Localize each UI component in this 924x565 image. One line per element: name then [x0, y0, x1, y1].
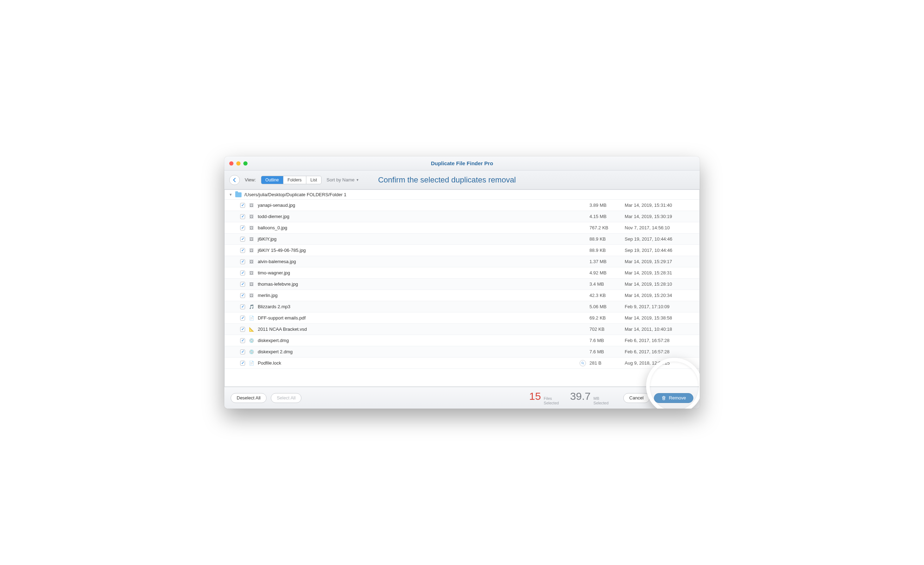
table-row[interactable]: 🖼alvin-balemesa.jpg1.37 MBMar 14, 2019, … [225, 256, 699, 267]
doc-file-icon: 📄 [249, 315, 254, 321]
file-name: DFF-support emails.pdf [258, 315, 586, 320]
file-date: Mar 14, 2019, 15:28:10 [625, 281, 695, 287]
file-name: Blizzards 2.mp3 [258, 304, 586, 309]
segment-outline[interactable]: Outline [261, 176, 284, 184]
file-date: Mar 14, 2019, 15:31:40 [625, 203, 695, 208]
blank-file-icon: 📄 [249, 360, 254, 366]
file-size: 702 KB [590, 326, 621, 332]
file-name: timo-wagner.jpg [258, 270, 586, 275]
footer: Deselect All Select All 15 FilesSelected… [224, 387, 700, 409]
table-row[interactable]: 🖼yanapi-senaud.jpg3.89 MBMar 14, 2019, 1… [225, 200, 699, 211]
row-checkbox[interactable] [240, 338, 245, 343]
dmg-file-icon: 💿 [249, 349, 254, 355]
remove-button[interactable]: Remove [654, 393, 693, 403]
audio-file-icon: 🎵 [249, 304, 254, 310]
table-row[interactable]: 📄DFF-support emails.pdf69.2 KBMar 14, 20… [225, 313, 699, 324]
minimize-window-button[interactable] [236, 161, 240, 165]
image-file-icon: 🖼 [249, 225, 254, 231]
window-title: Duplicate File Finder Pro [224, 160, 700, 166]
file-size: 4.15 MB [590, 214, 621, 219]
files-selected-stat: 15 FilesSelected [529, 390, 559, 406]
row-checkbox[interactable] [240, 203, 245, 208]
traffic-lights [224, 161, 248, 165]
row-checkbox[interactable] [240, 225, 245, 230]
file-name: yanapi-senaud.jpg [258, 203, 586, 208]
image-file-icon: 🖼 [249, 203, 254, 208]
back-button[interactable] [229, 175, 240, 185]
file-date: Nov 7, 2017, 14:56:10 [625, 225, 695, 230]
app-window: Duplicate File Finder Pro View: Outline … [224, 156, 700, 409]
table-row[interactable]: 🖼todd-diemer.jpg4.15 MBMar 14, 2019, 15:… [225, 211, 699, 222]
image-file-icon: 🖼 [249, 293, 254, 298]
toolbar: View: Outline Folders List Sort by Name … [224, 170, 700, 189]
svg-point-0 [582, 362, 584, 364]
size-selected-stat: 39.7 MBSelected [570, 390, 609, 406]
table-row[interactable]: 📄Podfile.lock281 BAug 9, 2018, 12:09:15 [225, 358, 699, 369]
zoom-window-button[interactable] [243, 161, 248, 165]
segment-folders[interactable]: Folders [284, 176, 306, 184]
file-size: 3.4 MB [590, 281, 621, 287]
table-row[interactable]: 📐2011 NCAA Bracket.vsd702 KBMar 14, 2011… [225, 324, 699, 335]
row-checkbox[interactable] [240, 270, 245, 275]
file-size: 281 B [590, 360, 621, 366]
row-checkbox[interactable] [240, 327, 245, 332]
titlebar: Duplicate File Finder Pro [224, 156, 700, 170]
file-name: 2011 NCAA Bracket.vsd [258, 326, 586, 332]
file-date: Feb 9, 2017, 17:10:09 [625, 304, 695, 309]
row-checkbox[interactable] [240, 214, 245, 219]
file-size: 4.92 MB [590, 270, 621, 275]
file-size: 767.2 KB [590, 225, 621, 230]
file-date: Mar 14, 2019, 15:20:34 [625, 293, 695, 298]
image-file-icon: 🖼 [249, 281, 254, 287]
file-name: balloons_0.jpg [258, 225, 586, 230]
magnify-icon [581, 361, 585, 365]
chevron-down-icon: ▼ [356, 178, 359, 182]
row-checkbox[interactable] [240, 304, 245, 309]
file-date: Aug 9, 2018, 12:09:15 [625, 360, 695, 366]
sort-label: Sort by Name [326, 177, 354, 182]
table-row[interactable]: 💿diskexpert.dmg7.6 MBFeb 6, 2017, 16:57:… [225, 335, 699, 346]
close-window-button[interactable] [229, 161, 234, 165]
segment-list[interactable]: List [306, 176, 321, 184]
row-checkbox[interactable] [240, 259, 245, 264]
remove-button-label: Remove [669, 395, 686, 401]
quicklook-button[interactable] [580, 360, 586, 366]
deselect-all-button[interactable]: Deselect All [231, 393, 267, 403]
vsd-file-icon: 📐 [249, 326, 254, 332]
row-checkbox[interactable] [240, 349, 245, 355]
file-date: Mar 14, 2019, 15:30:19 [625, 214, 695, 219]
file-date: Sep 19, 2017, 10:44:46 [625, 248, 695, 253]
file-size: 69.2 KB [590, 315, 621, 320]
cancel-button[interactable]: Cancel [623, 393, 650, 403]
chevron-left-icon [233, 178, 236, 182]
sort-dropdown[interactable]: Sort by Name ▼ [326, 177, 359, 182]
row-checkbox[interactable] [240, 248, 245, 253]
file-table: ▼ /Users/julia/Desktop/Duplicate FOLDERS… [224, 189, 700, 387]
image-file-icon: 🖼 [249, 270, 254, 276]
image-file-icon: 🖼 [249, 259, 254, 264]
file-size: 88.9 KB [590, 236, 621, 242]
table-row[interactable]: 🖼j6iKIY 15-49-06-785.jpg88.9 KBSep 19, 2… [225, 245, 699, 256]
table-row[interactable]: 💿diskexpert 2.dmg7.6 MBFeb 6, 2017, 16:5… [225, 346, 699, 358]
table-row[interactable]: 🖼balloons_0.jpg767.2 KBNov 7, 2017, 14:5… [225, 222, 699, 233]
table-row[interactable]: 🖼timo-wagner.jpg4.92 MBMar 14, 2019, 15:… [225, 267, 699, 279]
select-all-button[interactable]: Select All [271, 393, 302, 403]
table-row[interactable]: 🖼thomas-lefebvre.jpg3.4 MBMar 14, 2019, … [225, 279, 699, 290]
file-name: merlin.jpg [258, 293, 586, 298]
row-checkbox[interactable] [240, 293, 245, 298]
file-name: diskexpert.dmg [258, 338, 586, 343]
row-checkbox[interactable] [240, 282, 245, 287]
group-header[interactable]: ▼ /Users/julia/Desktop/Duplicate FOLDERS… [225, 190, 699, 200]
table-row[interactable]: 🖼j6iKIY.jpg88.9 KBSep 19, 2017, 10:44:46 [225, 233, 699, 245]
disclosure-triangle-icon[interactable]: ▼ [229, 193, 232, 197]
file-name: Podfile.lock [258, 360, 576, 366]
table-row[interactable]: 🎵Blizzards 2.mp35.06 MBFeb 9, 2017, 17:1… [225, 301, 699, 313]
row-checkbox[interactable] [240, 237, 245, 242]
file-name: j6iKIY 15-49-06-785.jpg [258, 248, 586, 253]
row-checkbox[interactable] [240, 316, 245, 320]
table-row[interactable]: 🖼merlin.jpg42.3 KBMar 14, 2019, 15:20:34 [225, 290, 699, 301]
image-file-icon: 🖼 [249, 248, 254, 253]
view-segmented-control: Outline Folders List [261, 176, 322, 184]
image-file-icon: 🖼 [249, 214, 254, 219]
row-checkbox[interactable] [240, 361, 245, 366]
